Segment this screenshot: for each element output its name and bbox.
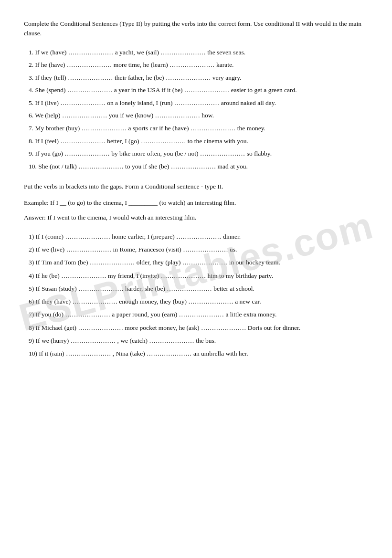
list-item: 10. She (not / talk) ………………… to you if s… [29, 161, 368, 172]
list-item: 3. If they (tell) ………………… their father, … [29, 73, 368, 83]
list-item: 4. She (spend) ………………… a year in the USA… [29, 85, 368, 95]
list-item: 7. My brother (buy) ………………… a sports car… [29, 123, 368, 134]
list-item: 9) If we (hurry) ………………… , we (catch) ……… [29, 336, 368, 346]
list-item: 10) If it (rain) ………………… , Nina (take) …… [29, 348, 368, 359]
list-item: 9. If you (go) ………………… by bike more ofte… [29, 148, 368, 159]
example-text: If I __ (to go) to the cinema, I _______… [50, 199, 236, 206]
page: Complete the Conditional Sentences (Type… [0, 0, 392, 389]
instructions-text-1: Complete the Conditional Sentences (Type… [24, 20, 361, 37]
example-block: Example: If I __ (to go) to the cinema, … [24, 198, 368, 208]
answer-block: Answer: If I went to the cinema, I would… [24, 212, 368, 223]
list-item: 8) If Michael (get) ………………… more pocket … [29, 323, 368, 333]
list-item: 4) If he (be) ………………… my friend, I (invi… [29, 271, 368, 281]
list-item: 8. If I (feel) ………………… better, I (go) ……… [29, 136, 368, 147]
list-item: 6. We (help) ………………… you if we (know) ……… [29, 110, 368, 121]
instructions-part1: Complete the Conditional Sentences (Type… [24, 19, 368, 39]
list-item: 5) If Susan (study) ………………… harder, she … [29, 284, 368, 294]
instructions-text-2: Put the verbs in brackets into the gaps.… [24, 183, 223, 190]
list-item: 1) If I (come) ………………… home earlier, I (… [29, 232, 368, 242]
sentence-list-part1: 1. If we (have) ………………… a yacht, we (sai… [24, 47, 368, 172]
list-item: 7) If you (do) ………………… a paper round, yo… [29, 309, 368, 320]
example-label: Example: [24, 199, 49, 206]
sentence-list-part2: 1) If I (come) ………………… home earlier, I (… [24, 232, 368, 359]
answer-text: If I went to the cinema, I would watch a… [47, 214, 196, 221]
instructions-part2: Put the verbs in brackets into the gaps.… [24, 182, 368, 191]
list-item: 3) If Tim and Tom (be) ………………… older, th… [29, 257, 368, 268]
list-item: 2. If he (have) ………………… more time, he (l… [29, 60, 368, 70]
list-item: 1. If we (have) ………………… a yacht, we (sai… [29, 47, 368, 58]
section-part1: 1. If we (have) ………………… a yacht, we (sai… [24, 47, 368, 172]
list-item: 5. If I (live) ………………… on a lonely islan… [29, 98, 368, 108]
answer-label: Answer: [24, 214, 46, 221]
list-item: 2) If we (live) ………………… in Rome, Frances… [29, 244, 368, 255]
section-part2: 1) If I (come) ………………… home earlier, I (… [24, 232, 368, 359]
list-item: 6) If they (have) ………………… enough money, … [29, 296, 368, 307]
